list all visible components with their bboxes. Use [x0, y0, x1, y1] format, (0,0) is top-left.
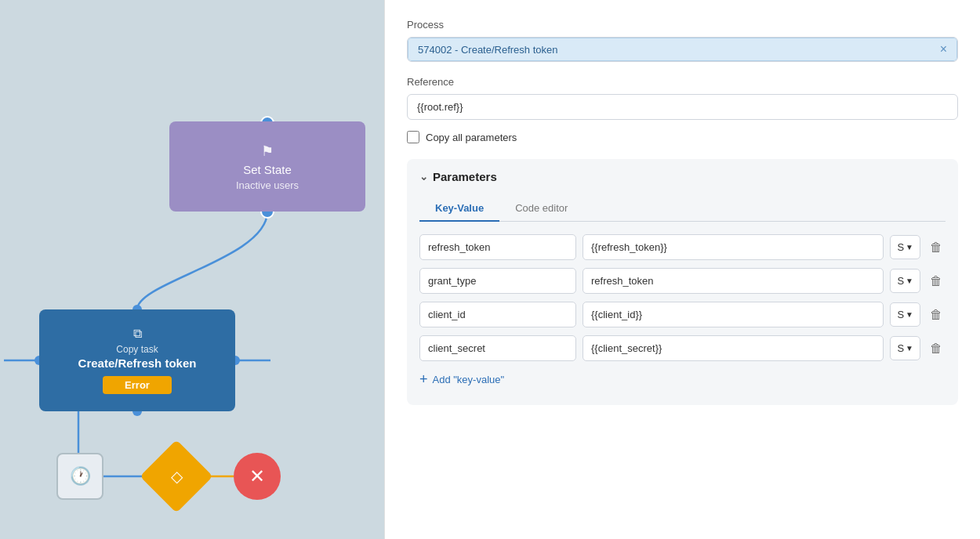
param-delete-btn-3[interactable]: 🗑 [927, 338, 946, 359]
diamond-icon: ◇ [171, 467, 183, 486]
copy-params-label: Copy all parameters [426, 132, 517, 143]
param-delete-btn-0[interactable]: 🗑 [927, 237, 946, 258]
param-row-0: S ▼ 🗑 [419, 234, 946, 260]
param-type-btn-0[interactable]: S ▼ [890, 235, 920, 259]
param-row-3: S ▼ 🗑 [419, 335, 946, 361]
process-tag-close[interactable]: × [940, 43, 947, 56]
process-tag-text: 574002 - Create/Refresh token [418, 44, 934, 56]
flag-icon: ⚑ [261, 143, 274, 160]
process-input-wrapper: 574002 - Create/Refresh token × [407, 37, 958, 62]
param-delete-btn-2[interactable]: 🗑 [927, 305, 946, 325]
plus-icon: + [419, 372, 428, 386]
copy-icon: ⧉ [133, 327, 142, 341]
set-state-subtitle: Inactive users [236, 179, 299, 191]
param-type-btn-2[interactable]: S ▼ [890, 302, 920, 327]
process-tag[interactable]: 574002 - Create/Refresh token × [408, 38, 957, 61]
copy-task-title: Create/Refresh token [78, 356, 197, 370]
set-state-node[interactable]: ⚑ Set State Inactive users [169, 121, 365, 212]
param-value-2[interactable] [583, 302, 884, 327]
param-value-1[interactable] [583, 268, 884, 294]
param-row-2: S ▼ 🗑 [419, 302, 946, 327]
cancel-node[interactable]: ✕ [234, 453, 281, 500]
param-key-2[interactable] [419, 302, 576, 327]
reference-label: Reference [407, 76, 958, 88]
copy-params-row: Copy all parameters [407, 131, 958, 143]
add-keyvalue-btn[interactable]: + Add "key-value" [419, 369, 946, 389]
reference-input[interactable] [407, 94, 958, 120]
timer-node[interactable]: 🕐 [56, 453, 103, 500]
parameters-title: Parameters [433, 170, 497, 183]
reference-section: Reference [407, 76, 958, 120]
clock-icon: 🕐 [70, 466, 91, 487]
copy-task-node[interactable]: ⧉ Copy task Create/Refresh token Error [39, 309, 235, 411]
param-key-1[interactable] [419, 268, 576, 294]
diamond-icon-wrapper: ◇ [151, 450, 202, 502]
error-badge: Error [103, 376, 172, 394]
param-delete-btn-1[interactable]: 🗑 [927, 271, 946, 291]
parameters-section: ⌄ Parameters Key-Value Code editor S ▼ 🗑… [407, 159, 958, 405]
chevron-down-icon[interactable]: ⌄ [419, 171, 428, 183]
param-value-3[interactable] [583, 335, 884, 361]
param-type-btn-1[interactable]: S ▼ [890, 269, 920, 293]
param-row-1: S ▼ 🗑 [419, 268, 946, 294]
param-value-0[interactable] [583, 234, 884, 260]
tab-code-editor[interactable]: Code editor [499, 196, 583, 222]
tabs-row: Key-Value Code editor [419, 196, 946, 222]
param-key-3[interactable] [419, 335, 576, 361]
close-icon: ✕ [249, 465, 265, 487]
process-label: Process [407, 19, 958, 31]
param-type-btn-3[interactable]: S ▼ [890, 336, 920, 360]
add-keyvalue-label: Add "key-value" [433, 374, 505, 385]
set-state-title: Set State [243, 163, 292, 176]
parameters-header: ⌄ Parameters [419, 170, 946, 183]
right-panel: Process 574002 - Create/Refresh token × … [384, 0, 980, 539]
workflow-canvas: ⚑ Set State Inactive users ⧉ Copy task C… [0, 0, 384, 539]
tab-key-value[interactable]: Key-Value [419, 196, 499, 222]
copy-params-checkbox[interactable] [407, 131, 419, 143]
param-key-0[interactable] [419, 234, 576, 260]
copy-task-label: Copy task [116, 344, 158, 355]
